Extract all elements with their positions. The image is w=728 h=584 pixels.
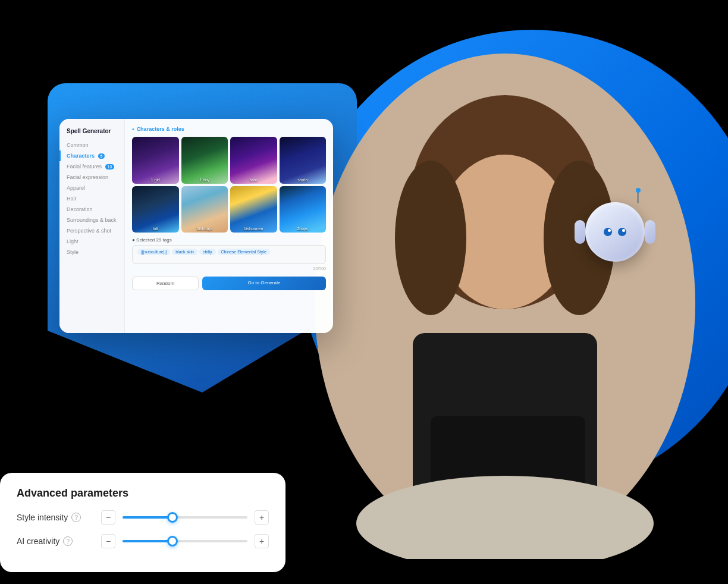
ai-creativity-plus-button[interactable]: +	[255, 534, 269, 548]
sidebar-item-surroundings[interactable]: Surroundings & back	[59, 215, 124, 225]
image-label-2boys: 2boys	[297, 227, 308, 231]
advanced-parameters-title: Advanced parameters	[17, 487, 269, 500]
style-intensity-label: Style intensity ?	[17, 513, 94, 522]
sidebar-item-style[interactable]: Style	[59, 247, 124, 258]
spell-footer: Random Go to Generate	[132, 277, 326, 290]
ai-creativity-slider-fill	[123, 540, 172, 542]
image-label-bishoujo: bishoujo	[197, 227, 212, 231]
sidebar-item-characters[interactable]: Characters 5	[59, 150, 124, 161]
characters-badge: 5	[98, 153, 105, 159]
facial-features-badge: 10	[105, 164, 115, 169]
image-cell-shota[interactable]: shota	[280, 137, 327, 184]
robot-arm-left	[575, 220, 585, 244]
tag-chinese-elemental[interactable]: Chinese Elemental Style	[218, 249, 270, 255]
tag-subculture[interactable]: |||subculture|||	[137, 249, 170, 255]
sidebar-item-hair[interactable]: Hair	[59, 193, 124, 204]
robot-antenna	[637, 190, 639, 203]
image-label-solo: solo	[250, 178, 258, 182]
image-cell-2boys[interactable]: 2boys	[280, 186, 327, 233]
robot-face	[604, 228, 626, 236]
robot-body	[585, 202, 645, 262]
robot-arm-right	[645, 220, 655, 244]
robot-eye-right	[618, 228, 626, 236]
tag-chilly[interactable]: chilly	[199, 249, 216, 255]
image-cell-bishoujo[interactable]: bishoujo	[181, 186, 228, 233]
characters-section-title: Characters & roles	[132, 126, 326, 132]
image-label-1boy: 1 boy	[199, 178, 209, 182]
image-cell-1girl[interactable]: 1 girl	[132, 137, 179, 184]
image-cell-solo[interactable]: solo	[230, 137, 277, 184]
image-label-loli: loli	[153, 227, 158, 231]
sidebar-item-perspective[interactable]: Perspective & shot	[59, 225, 124, 236]
style-intensity-help-icon[interactable]: ?	[71, 513, 81, 522]
spell-sidebar-title: Spell Generator	[59, 127, 124, 140]
spell-main-content: Characters & roles 1 girl 1 boy solo sho…	[125, 119, 333, 333]
ai-creativity-slider-track[interactable]	[123, 540, 247, 542]
selected-tags-label: ● Selected 29 tags	[132, 237, 326, 243]
style-intensity-row: Style intensity ? − +	[17, 510, 269, 525]
spell-generator-card: Spell Generator Common Characters 5 Faci…	[59, 119, 333, 333]
sidebar-item-common[interactable]: Common	[59, 140, 124, 150]
char-count: 20/500	[132, 266, 326, 271]
ai-creativity-slider-thumb[interactable]	[167, 536, 178, 547]
image-label-shota: shota	[297, 178, 307, 182]
person-silhouette	[312, 48, 698, 559]
spell-sidebar: Spell Generator Common Characters 5 Faci…	[59, 119, 125, 333]
ai-creativity-label: AI creativity ?	[17, 536, 94, 546]
style-intensity-plus-button[interactable]: +	[255, 510, 269, 525]
style-intensity-minus-button[interactable]: −	[101, 510, 115, 525]
image-cell-bishounen[interactable]: bishounen	[230, 186, 277, 233]
tags-input-area[interactable]: |||subculture||| black skin chilly Chine…	[132, 245, 326, 264]
sidebar-item-apparel[interactable]: Apparel	[59, 183, 124, 193]
person-photo-area	[312, 48, 728, 565]
style-intensity-slider-track[interactable]	[123, 516, 247, 519]
advanced-parameters-card: Advanced parameters Style intensity ? − …	[0, 473, 285, 572]
image-cell-loli[interactable]: loli	[132, 186, 179, 233]
random-button[interactable]: Random	[132, 277, 199, 290]
svg-point-3	[395, 161, 466, 315]
robot-mascot	[573, 202, 657, 285]
sidebar-item-facial-expression[interactable]: Facial expression	[59, 172, 124, 183]
tag-pills-container: |||subculture||| black skin chilly Chine…	[137, 249, 321, 255]
sidebar-item-decoration[interactable]: Decoration	[59, 204, 124, 215]
robot-eye-left	[604, 228, 612, 236]
image-cell-1boy[interactable]: 1 boy	[181, 137, 228, 184]
sidebar-item-light[interactable]: Light	[59, 236, 124, 247]
ai-creativity-minus-button[interactable]: −	[101, 534, 115, 548]
sidebar-item-facial-features[interactable]: Facial features 10	[59, 161, 124, 172]
tag-black-skin[interactable]: black skin	[172, 249, 197, 255]
style-intensity-slider-fill	[123, 516, 172, 519]
ai-creativity-help-icon[interactable]: ?	[63, 536, 73, 546]
ai-creativity-row: AI creativity ? − +	[17, 534, 269, 548]
character-image-grid: 1 girl 1 boy solo shota loli bishoujo bi…	[132, 137, 326, 233]
style-intensity-slider-thumb[interactable]	[167, 512, 178, 523]
generate-button[interactable]: Go to Generate	[202, 277, 326, 290]
image-label-bishounen: bishounen	[244, 227, 263, 231]
image-label-1girl: 1 girl	[151, 178, 160, 182]
